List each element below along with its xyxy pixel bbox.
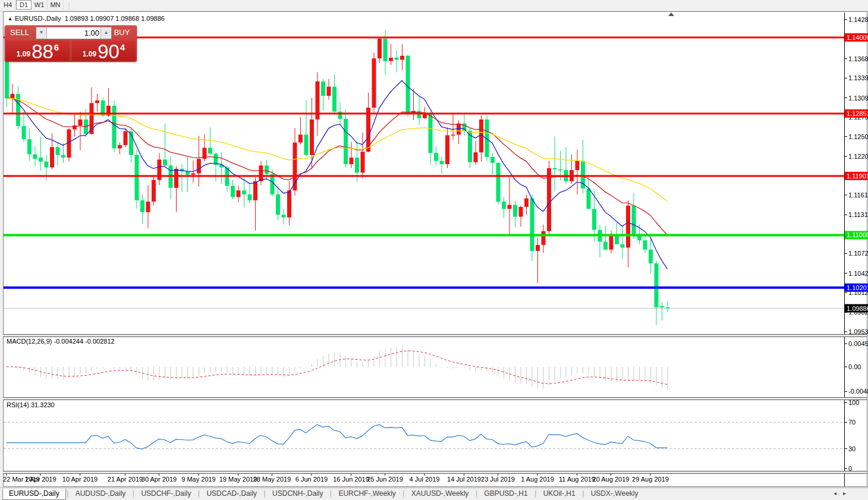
svg-text:0.004517: 0.004517: [848, 340, 868, 347]
volume-input[interactable]: [47, 27, 100, 39]
svg-text:4 Jul 2019: 4 Jul 2019: [410, 476, 440, 483]
sell-button[interactable]: SELL: [5, 26, 34, 40]
svg-text:11 Aug 2019: 11 Aug 2019: [559, 476, 595, 483]
svg-text:14 Jul 2019: 14 Jul 2019: [447, 476, 481, 483]
svg-text:25 Jun 2019: 25 Jun 2019: [367, 476, 403, 483]
svg-text:1.13685: 1.13685: [848, 55, 868, 62]
sell-price-sup: 6: [54, 42, 59, 52]
svg-text:1.11310: 1.11310: [848, 211, 868, 218]
price-chart[interactable]: 1.142801.139851.136851.133901.130901.127…: [0, 0, 868, 500]
ma-mid-line: [7, 98, 668, 235]
svg-text:1.10201: 1.10201: [847, 284, 868, 291]
svg-text:1.10420: 1.10420: [848, 270, 868, 277]
chart-tab-bar: EURUSD-,Daily|AUDUSD-,Daily|USDCHF-,Dail…: [0, 488, 868, 500]
tab-USDX-Weekly[interactable]: USDX-,Weekly: [585, 488, 644, 499]
rsi-line: [7, 424, 668, 449]
tab-items: EURUSD-,Daily|AUDUSD-,Daily|USDCHF-,Dail…: [2, 488, 644, 500]
svg-text:30: 30: [848, 445, 856, 452]
buy-price-sup: 4: [120, 42, 125, 52]
svg-text:1.13390: 1.13390: [848, 74, 868, 81]
macd-main-value: -0.004244: [54, 338, 83, 345]
buy-price-box[interactable]: 1.09904: [72, 40, 136, 61]
svg-text:1.10720: 1.10720: [848, 250, 868, 257]
tab-AUDUSD-Daily[interactable]: AUDUSD-,Daily: [70, 488, 132, 499]
volume-spinner: ▼ ▲: [36, 27, 112, 39]
tabs-scroll-left-icon[interactable]: ◂: [834, 490, 836, 496]
svg-text:0.00: 0.00: [848, 363, 861, 370]
svg-text:23 Jul 2019: 23 Jul 2019: [481, 476, 515, 483]
svg-text:1 Apr 2019: 1 Apr 2019: [24, 476, 56, 483]
svg-text:28 May 2019: 28 May 2019: [253, 476, 291, 483]
macd-signal-line: [7, 351, 668, 385]
svg-text:-0.004800: -0.004800: [848, 388, 868, 395]
tab-UKOil-H1[interactable]: UKOil-,H1: [537, 488, 581, 499]
support-resistance-lines: [4, 37, 844, 288]
svg-text:1.14009: 1.14009: [847, 34, 868, 41]
svg-text:16 Jun 2019: 16 Jun 2019: [333, 476, 369, 483]
pane-splitter-dates: [3, 471, 867, 474]
macd-pane: [7, 346, 668, 390]
svg-text:20 Aug 2019: 20 Aug 2019: [593, 476, 630, 483]
svg-text:10 Apr 2019: 10 Apr 2019: [62, 476, 98, 483]
ma-fast-line: [7, 80, 668, 269]
svg-text:9 May 2019: 9 May 2019: [181, 476, 215, 483]
buy-price-prefix: 1.09: [83, 50, 96, 58]
svg-text:1.12200: 1.12200: [848, 153, 868, 160]
tab-XAUUSD-Weekly[interactable]: XAUUSD-,Weekly: [405, 488, 474, 499]
date-axis: 22 Mar 20191 Apr 201910 Apr 201921 Apr 2…: [3, 473, 669, 483]
tab-EURCHF-Weekly[interactable]: EURCHF-,Weekly: [332, 488, 401, 499]
svg-text:19 May 2019: 19 May 2019: [219, 476, 257, 483]
svg-text:1.11000: 1.11000: [847, 231, 868, 238]
svg-text:1.11901: 1.11901: [847, 172, 868, 180]
chart-symbol-label: EURUSD-,Daily: [15, 15, 61, 22]
pane-splitter-macd[interactable]: [3, 334, 867, 337]
rsi-indicator-label: RSI(14) 31.3230: [7, 401, 55, 408]
moving-average-lines: [7, 80, 668, 269]
macd-indicator-label: MACD(12,26,9) -0.004244 -0.002812: [7, 338, 115, 345]
tab-USDCAD-Daily[interactable]: USDCAD-,Daily: [200, 488, 263, 499]
pane-splitter-rsi[interactable]: [3, 397, 867, 400]
buy-price-big: 90: [98, 43, 119, 61]
svg-text:1.12500: 1.12500: [848, 133, 868, 140]
svg-text:1 Aug 2019: 1 Aug 2019: [521, 476, 554, 483]
tab-EURUSD-Daily[interactable]: EURUSD-,Daily: [2, 489, 66, 500]
tab-USDCNH-Daily[interactable]: USDCNH-,Daily: [266, 488, 329, 499]
sell-price-box[interactable]: 1.09886: [6, 40, 70, 61]
tabs-scroll-right-icon[interactable]: ▸: [843, 490, 846, 496]
svg-text:1.14280: 1.14280: [848, 16, 868, 23]
svg-text:30 Apr 2019: 30 Apr 2019: [141, 476, 177, 483]
svg-text:1.13090: 1.13090: [848, 95, 868, 102]
svg-text:1.11610: 1.11610: [848, 191, 868, 199]
price-axis: 1.142801.139851.136851.133901.130901.127…: [845, 12, 868, 486]
chart-title: ▲EURUSD-,Daily 1.09893 1.09907 1.09868 1…: [8, 15, 165, 22]
svg-text:6 Jun 2019: 6 Jun 2019: [295, 476, 328, 483]
svg-text:29 Aug 2019: 29 Aug 2019: [632, 476, 669, 483]
svg-text:21 Apr 2019: 21 Apr 2019: [108, 476, 143, 483]
svg-text:1.09886: 1.09886: [847, 305, 868, 312]
chart-ohlc-values: 1.09893 1.09907 1.09868 1.09886: [65, 15, 165, 22]
collapse-triangle-icon[interactable]: ▲: [8, 16, 12, 21]
tab-GBPUSD-H1[interactable]: GBPUSD-,H1: [478, 488, 533, 499]
sell-price-prefix: 1.09: [17, 50, 30, 58]
tab-USDCHF-Daily[interactable]: USDCHF-,Daily: [135, 488, 197, 499]
volume-decrease-button[interactable]: ▼: [36, 27, 47, 39]
mt4-window: H4D1W1MN 1.142801.139851.136851.133901.1…: [0, 0, 868, 500]
rsi-value: 31.3230: [31, 401, 55, 408]
chart-scroll-position-icon: [668, 12, 674, 16]
svg-text:1.12851: 1.12851: [847, 110, 868, 117]
buy-button[interactable]: BUY: [107, 26, 137, 40]
macd-signal-value: -0.002812: [85, 338, 115, 345]
svg-text:70: 70: [848, 419, 856, 426]
one-click-trading-panel: SELL ▼ ▲ BUY 1.09886 1.09904: [5, 26, 137, 62]
sell-price-big: 88: [32, 43, 54, 61]
